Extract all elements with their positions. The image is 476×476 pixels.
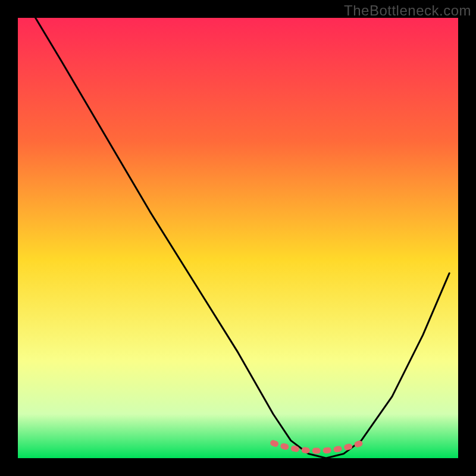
watermark-text: TheBottleneck.com [344, 2, 471, 19]
plot-background [18, 18, 458, 458]
bottleneck-chart [0, 0, 476, 476]
chart-frame: TheBottleneck.com [0, 0, 476, 476]
